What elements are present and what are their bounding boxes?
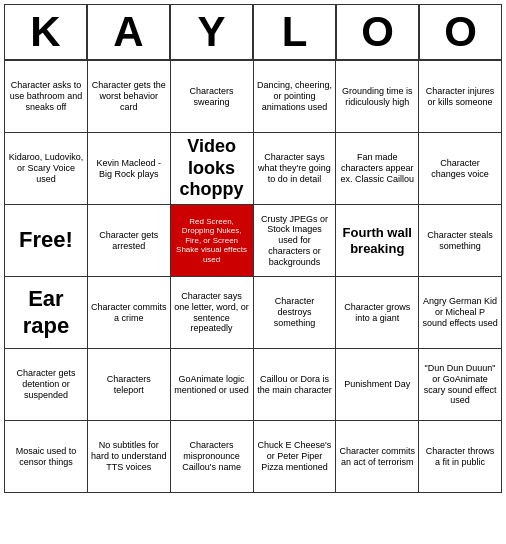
bingo-cell-6[interactable]: Kidaroo, Ludoviko, or Scary Voice used <box>5 133 88 205</box>
bingo-card: KAYLOO Character asks to use bathroom an… <box>0 0 506 497</box>
bingo-cell-9[interactable]: Character says what they're going to do … <box>254 133 337 205</box>
bingo-cell-2[interactable]: Characters swearing <box>171 61 254 133</box>
bingo-cell-33[interactable]: Chuck E Cheese's or Peter Piper Pizza me… <box>254 421 337 493</box>
bingo-cell-14[interactable]: Red Screen, Dropping Nukes, Fire, or Scr… <box>171 205 254 277</box>
bingo-cell-3[interactable]: Dancing, cheering, or pointing animation… <box>254 61 337 133</box>
bingo-cell-23[interactable]: Angry German Kid or Micheal P sound effe… <box>419 277 502 349</box>
bingo-cell-17[interactable]: Character steals something <box>419 205 502 277</box>
bingo-title: KAYLOO <box>4 4 502 60</box>
bingo-cell-21[interactable]: Character destroys something <box>254 277 337 349</box>
bingo-cell-0[interactable]: Character asks to use bathroom and sneak… <box>5 61 88 133</box>
bingo-cell-26[interactable]: GoAnimate logic mentioned or used <box>171 349 254 421</box>
bingo-cell-24[interactable]: Character gets detention or suspended <box>5 349 88 421</box>
bingo-cell-19[interactable]: Character commits a crime <box>88 277 171 349</box>
bingo-cell-10[interactable]: Fan made characters appear ex. Classic C… <box>336 133 419 205</box>
bingo-grid: Character asks to use bathroom and sneak… <box>4 60 502 493</box>
bingo-cell-29[interactable]: "Dun Dun Duuun" or GoAnimate scary sound… <box>419 349 502 421</box>
bingo-cell-30[interactable]: Mosaic used to censor things <box>5 421 88 493</box>
bingo-cell-18[interactable]: Ear rape <box>5 277 88 349</box>
bingo-cell-13[interactable]: Character gets arrested <box>88 205 171 277</box>
title-letter-3: L <box>253 4 336 60</box>
bingo-cell-8[interactable]: Video looks choppy <box>171 133 254 205</box>
bingo-cell-5[interactable]: Character injures or kills someone <box>419 61 502 133</box>
title-letter-2: Y <box>170 4 253 60</box>
title-letter-4: O <box>336 4 419 60</box>
bingo-cell-32[interactable]: Characters mispronounce Caillou's name <box>171 421 254 493</box>
bingo-cell-12[interactable]: Free! <box>5 205 88 277</box>
bingo-cell-11[interactable]: Character changes voice <box>419 133 502 205</box>
bingo-cell-7[interactable]: Kevin Macleod - Big Rock plays <box>88 133 171 205</box>
bingo-cell-25[interactable]: Characters teleport <box>88 349 171 421</box>
bingo-cell-15[interactable]: Crusty JPEGs or Stock Images used for ch… <box>254 205 337 277</box>
bingo-cell-28[interactable]: Punishment Day <box>336 349 419 421</box>
title-letter-1: A <box>87 4 170 60</box>
bingo-cell-31[interactable]: No subtitles for hard to understand TTS … <box>88 421 171 493</box>
bingo-cell-35[interactable]: Character throws a fit in public <box>419 421 502 493</box>
title-letter-0: K <box>4 4 87 60</box>
title-letter-5: O <box>419 4 502 60</box>
bingo-cell-16[interactable]: Fourth wall breaking <box>336 205 419 277</box>
bingo-cell-20[interactable]: Character says one letter, word, or sent… <box>171 277 254 349</box>
bingo-cell-4[interactable]: Grounding time is ridiculously high <box>336 61 419 133</box>
bingo-cell-1[interactable]: Character gets the worst behavior card <box>88 61 171 133</box>
bingo-cell-22[interactable]: Character grows into a giant <box>336 277 419 349</box>
bingo-cell-27[interactable]: Caillou or Dora is the main character <box>254 349 337 421</box>
bingo-cell-34[interactable]: Character commits an act of terrorism <box>336 421 419 493</box>
